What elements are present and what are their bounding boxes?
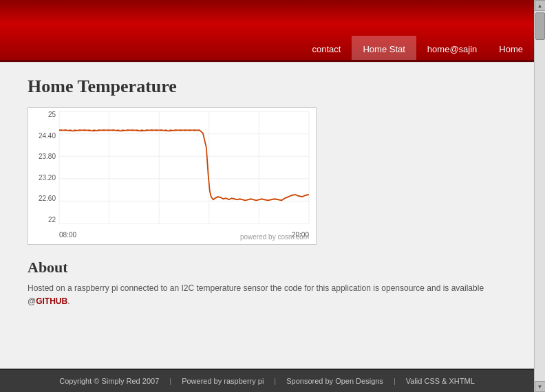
x-label-0: 08:00 — [59, 231, 76, 239]
nav-item-homestat[interactable]: Home Stat — [352, 36, 416, 60]
y-axis-labels: 25 24.40 23.80 23.20 22.60 22 — [28, 111, 59, 224]
content-area: contact Home Stat home@sajin Home Home T… — [0, 0, 534, 392]
footer-sponsored: Sponsored by Open Designs — [286, 377, 383, 385]
header: contact Home Stat home@sajin Home — [0, 0, 534, 62]
footer-copyright: Copyright © Simply Red 2007 — [59, 377, 159, 385]
about-text: Hosted on a raspberry pi connected to an… — [28, 282, 506, 308]
scrollbar-up-arrow[interactable]: ▲ — [535, 0, 546, 11]
page-wrapper: contact Home Stat home@sajin Home Home T… — [0, 0, 545, 392]
chart-svg — [59, 111, 309, 224]
nav: contact Home Stat home@sajin Home — [301, 36, 534, 60]
y-label-0: 25 — [48, 111, 56, 118]
footer-sep-2: | — [274, 377, 276, 385]
github-link[interactable]: GITHUB — [36, 296, 67, 306]
footer-sep-3: | — [394, 377, 396, 385]
scrollbar-track: ▲ ▼ — [534, 0, 545, 392]
nav-item-home[interactable]: Home — [488, 39, 534, 60]
y-label-4: 22.60 — [39, 195, 56, 202]
footer-powered: Powered by raspberry pi — [182, 377, 264, 385]
chart-inner — [59, 111, 309, 224]
y-label-2: 23.80 — [39, 153, 56, 160]
about-title: About — [28, 259, 506, 276]
page-title: Home Temperature — [28, 76, 506, 97]
main-content: Home Temperature 25 24.40 23.80 23.20 22… — [0, 62, 534, 369]
chart-container: 25 24.40 23.80 23.20 22.60 22 — [28, 107, 317, 245]
scrollbar-thumb[interactable] — [535, 12, 545, 40]
about-section: About Hosted on a raspberry pi connected… — [28, 259, 506, 308]
footer-valid-link[interactable]: Valid CSS & XHTML — [406, 377, 475, 385]
about-text-before: Hosted on a raspberry pi connected to an… — [28, 283, 484, 306]
chart-powered-label: powered by cosm.com — [240, 233, 309, 241]
y-label-3: 23.20 — [39, 175, 56, 182]
y-label-5: 22 — [48, 217, 56, 224]
nav-item-contact[interactable]: contact — [301, 39, 352, 60]
footer-sep-1: | — [169, 377, 171, 385]
about-text-after: . — [67, 296, 70, 306]
y-label-1: 24.40 — [39, 133, 56, 140]
nav-item-homesajin[interactable]: home@sajin — [416, 39, 488, 60]
scrollbar-down-arrow[interactable]: ▼ — [535, 381, 546, 392]
footer: Copyright © Simply Red 2007 | Powered by… — [0, 369, 534, 392]
main-container: contact Home Stat home@sajin Home Home T… — [0, 0, 545, 392]
